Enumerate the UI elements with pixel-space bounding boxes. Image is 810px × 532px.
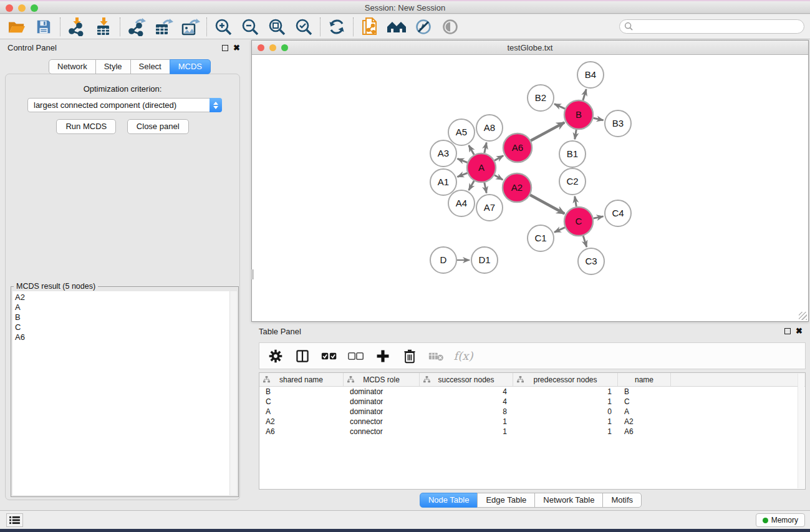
table-cell[interactable]: 1 [420,417,513,427]
table-cell[interactable]: 0 [513,407,618,417]
column-header-shared-name[interactable]: shared name [259,373,344,386]
table-cell[interactable]: dominator [344,407,420,417]
optimization-criterion-select[interactable]: largest connected component (directed) [27,98,222,112]
run-mcds-button[interactable]: Run MCDS [56,119,116,134]
column-header-name[interactable]: name [618,373,671,386]
mcds-result-item[interactable]: C [15,322,229,332]
table-cell[interactable]: A6 [259,427,344,437]
graph-node-A4[interactable]: A4 [448,190,475,216]
graph-node-A[interactable]: A [467,153,496,182]
mcds-result-item[interactable]: B [15,312,229,322]
tab-network-table[interactable]: Network Table [534,493,603,508]
network-window-titlebar[interactable]: testGlobe.txt [252,41,808,55]
graph-edge-C-C1[interactable] [554,228,565,233]
mcds-result-item[interactable]: A [15,302,229,312]
graph-edge-C-C2[interactable] [575,196,577,207]
select-all-button[interactable] [321,347,338,365]
column-header-successor-nodes[interactable]: successor nodes [420,373,513,386]
zoom-in-button[interactable] [213,17,234,37]
graph-edge-A-A6[interactable] [494,156,503,161]
memory-button[interactable]: Memory [756,513,805,527]
network-from-clipboard-button[interactable] [359,17,380,37]
table-row[interactable]: Adominator80A [259,407,805,417]
graph-node-B[interactable]: B [564,100,593,129]
table-row[interactable]: Bdominator41B [259,387,805,397]
tab-select[interactable]: Select [130,59,170,74]
graph-edge-A-A3[interactable] [457,158,467,162]
search-field[interactable] [619,19,804,34]
graph-node-C1[interactable]: C1 [528,225,554,251]
graph-node-A7[interactable]: A7 [476,195,503,221]
show-graphics-details-button[interactable] [440,17,461,37]
table-cell[interactable]: A6 [618,427,671,437]
control-panel-close-button[interactable]: ✖ [233,45,240,51]
table-cell[interactable]: A2 [259,417,344,427]
graph-node-B3[interactable]: B3 [605,110,631,137]
table-panel-close-button[interactable]: ✖ [796,328,803,334]
table-cell[interactable]: A2 [618,417,671,427]
graph-node-A2[interactable]: A2 [503,173,531,202]
graph-node-D[interactable]: D [430,247,456,273]
graph-node-B1[interactable]: B1 [559,141,586,167]
graph-edge-C-C3[interactable] [583,236,587,247]
table-cell[interactable]: dominator [344,397,420,407]
open-session-button[interactable] [6,17,27,37]
table-cell[interactable]: C [618,397,671,407]
graph-node-A5[interactable]: A5 [448,119,475,145]
import-table-button[interactable] [93,17,114,37]
graph-node-C3[interactable]: C3 [578,248,604,274]
table-cell[interactable]: 1 [513,397,618,407]
table-cell[interactable]: B [259,387,344,397]
add-column-button[interactable] [374,347,392,365]
graph-node-C2[interactable]: C2 [559,168,586,195]
refresh-layout-button[interactable] [326,17,347,37]
mcds-result-item[interactable]: A6 [15,332,229,342]
graph-edge-A-A1[interactable] [457,173,467,177]
network-canvas[interactable]: B4B2BB3A8A5A6A3B1AC2A1A2A4A7C4CC1DD1C3 [252,55,808,321]
manage-columns-button[interactable] [294,347,311,365]
table-cell[interactable]: 1 [513,387,618,397]
graph-edge-A-A4[interactable] [469,181,475,190]
search-input[interactable] [619,19,804,34]
graph-edge-A2-C[interactable] [530,195,564,213]
export-network-button[interactable] [126,17,147,37]
home-button[interactable] [386,17,407,37]
table-row[interactable]: A6connector11A6 [259,427,805,437]
import-network-button[interactable] [66,17,87,37]
graph-edge-A-A5[interactable] [469,145,475,155]
graph-edge-A-A8[interactable] [485,143,486,153]
graph-node-B4[interactable]: B4 [577,62,604,88]
ui-settings-button[interactable] [6,513,23,527]
table-cell[interactable]: 1 [513,427,618,437]
graph-node-D1[interactable]: D1 [471,247,498,273]
tab-style[interactable]: Style [95,59,131,74]
table-cell[interactable]: A [618,407,671,417]
graph-node-B2[interactable]: B2 [528,85,554,111]
table-cell[interactable]: 4 [420,387,513,397]
delete-column-button[interactable] [401,347,418,365]
tab-node-table[interactable]: Node Table [420,493,478,508]
tab-mcds[interactable]: MCDS [170,59,211,74]
table-row[interactable]: Cdominator41C [259,397,805,407]
deselect-all-button[interactable] [347,347,365,365]
graph-edge-B-B1[interactable] [575,130,576,140]
table-cell[interactable]: connector [344,427,420,437]
graph-edge-A6-B[interactable] [531,122,564,140]
table-cell[interactable]: A [259,407,344,417]
close-panel-button[interactable]: Close panel [127,119,189,134]
table-panel-float-button[interactable] [784,328,791,334]
graph-edge-B-B4[interactable] [583,89,586,100]
table-cell[interactable]: dominator [344,387,420,397]
control-panel-float-button[interactable] [222,45,228,51]
zoom-fit-button[interactable] [266,17,287,37]
column-header-MCDS-role[interactable]: MCDS role [344,373,420,386]
table-cell[interactable]: 4 [420,397,513,407]
table-cell[interactable]: 1 [420,427,513,437]
table-cell[interactable]: 8 [420,407,513,417]
zoom-selected-button[interactable] [293,17,314,37]
save-session-button[interactable] [33,17,54,37]
table-settings-button[interactable] [267,347,284,365]
node-table-scrollbar[interactable] [798,374,804,488]
export-image-button[interactable] [180,17,201,37]
table-cell[interactable]: B [618,387,671,397]
